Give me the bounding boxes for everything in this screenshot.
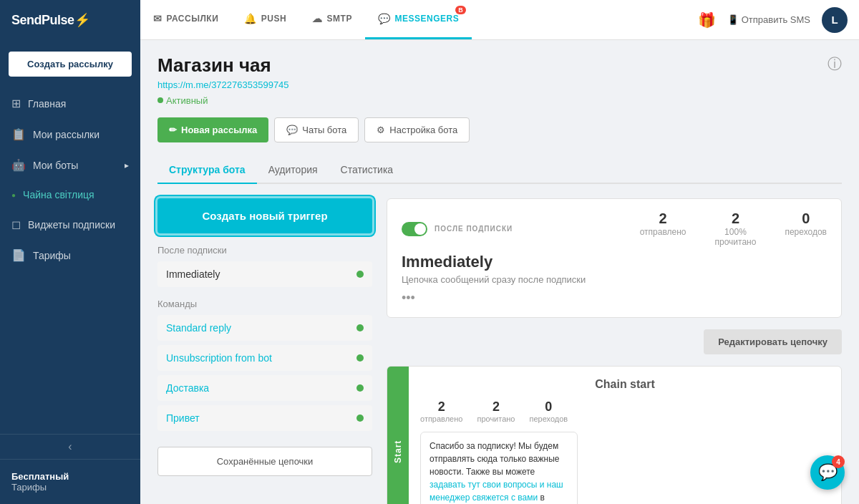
trigger-card-stats: 2 отправлено 2 100% прочитано 0 переходо…	[640, 210, 827, 247]
chat-fab-badge: 4	[832, 455, 845, 468]
sidebar-collapse-button[interactable]: ‹	[0, 434, 140, 459]
more-options-icon[interactable]: ⓘ	[828, 54, 842, 74]
bot-chats-button[interactable]: 💬 Чаты бота	[274, 117, 359, 142]
chain-card: Start Chain start 2 отправлено 2 прочита…	[387, 366, 842, 504]
nav-item-campaigns[interactable]: ✉ РАССЫЛКИ	[140, 0, 231, 39]
chat-fab[interactable]: 💬 4	[810, 455, 845, 490]
sidebar-label-plans: Тарифы	[33, 250, 71, 261]
action-buttons: ✏ Новая рассылка 💬 Чаты бота ⚙ Настройка…	[157, 117, 842, 142]
chain-stat-sent-value: 2	[420, 399, 462, 415]
chain-title: Chain start	[420, 378, 830, 391]
nav-item-smtp[interactable]: ☁ SMTP	[299, 0, 365, 39]
sidebar-item-plans[interactable]: 📄 Тарифы	[0, 240, 140, 271]
sidebar-menu: ⊞ Главная 📋 Мои рассылки 🤖 Мои боты ▸ ● …	[0, 88, 140, 434]
page-title-area: Магазин чая https://m.me/372276353599745…	[157, 54, 289, 106]
chain-stat-clicks-value: 0	[530, 399, 568, 415]
main-content: Магазин чая https://m.me/372276353599745…	[140, 40, 859, 504]
command-dot-2	[356, 384, 364, 392]
nav-item-messengers[interactable]: 💬 MESSENGERS B	[365, 0, 472, 39]
gift-icon[interactable]: 🎁	[698, 11, 716, 29]
stat-sent: 2 отправлено	[640, 210, 686, 247]
sidebar-item-home[interactable]: ⊞ Главная	[0, 88, 140, 119]
logo: SendPulse⚡	[0, 0, 140, 40]
sidebar-item-widgets[interactable]: ◻ Виджеты подписки	[0, 209, 140, 240]
tab-audience[interactable]: Аудитория	[257, 157, 329, 184]
sidebar-bottom: Бесплатный Тарифы	[0, 459, 140, 504]
sidebar-label-teahouse: Чайна світлиця	[23, 189, 94, 200]
top-navigation: SendPulse⚡ ✉ РАССЫЛКИ 🔔 PUSH ☁ SMTP 💬 ME…	[0, 0, 859, 40]
nav-items: ✉ РАССЫЛКИ 🔔 PUSH ☁ SMTP 💬 MESSENGERS B	[140, 0, 686, 39]
chain-stat-sent-label: отправлено	[420, 415, 462, 423]
page-url-link[interactable]: https://m.me/372276353599745	[157, 79, 289, 90]
trigger-card: ПОСЛЕ ПОДПИСКИ 2 отправлено 2 100% прочи…	[387, 198, 842, 318]
mail-icon: ✉	[153, 13, 162, 24]
stat-read-value: 2	[715, 210, 757, 227]
stat-read-label: прочитано	[715, 237, 757, 247]
new-campaign-button[interactable]: ✏ Новая рассылка	[157, 117, 268, 142]
bot-chats-label: Чаты бота	[302, 125, 346, 135]
nav-label-push: PUSH	[261, 14, 286, 24]
tab-statistics[interactable]: Статистика	[329, 157, 405, 184]
page-header: Магазин чая https://m.me/372276353599745…	[157, 54, 842, 106]
chain-stat-clicks-label: переходов	[530, 415, 568, 423]
command-label-delivery: Доставка	[166, 382, 209, 394]
edit-icon: ✏	[169, 125, 177, 135]
nav-right: 🎁 📱 Отправить SMS L	[686, 7, 859, 33]
sidebar-item-campaigns[interactable]: 📋 Мои рассылки	[0, 119, 140, 150]
commands-section: Команды Standard reply Unsubscription fr…	[157, 299, 372, 431]
tab-bot-structure[interactable]: Структура бота	[157, 157, 257, 184]
saved-chains-button[interactable]: Сохранённые цепочки	[157, 447, 372, 476]
smtp-icon: ☁	[312, 13, 323, 24]
create-campaign-button[interactable]: Создать рассылку	[9, 52, 132, 77]
command-item-unsubscription[interactable]: Unsubscription from bot	[157, 345, 372, 371]
bot-settings-label: Настройка бота	[389, 125, 457, 135]
chain-stat-read: 2 прочитано	[477, 399, 515, 423]
active-dot-icon: ●	[11, 191, 16, 199]
stat-sent-value: 2	[640, 210, 686, 227]
create-trigger-button[interactable]: Создать новый триггер	[157, 198, 372, 233]
stat-clicks: 0 переходов	[785, 210, 827, 247]
trigger-card-description: Цепочка сообщений сразу после подписки	[402, 274, 827, 285]
chain-message-highlight: задавать тут свои вопросы и наш менеджер…	[430, 480, 563, 503]
stat-clicks-value: 0	[785, 210, 827, 227]
settings-icon: ⚙	[377, 125, 385, 135]
page-title: Магазин чая	[157, 54, 289, 77]
bots-icon: 🤖	[11, 158, 26, 172]
command-label-standard-reply: Standard reply	[166, 322, 231, 334]
nav-label-campaigns: РАССЫЛКИ	[167, 14, 219, 24]
nav-item-push[interactable]: 🔔 PUSH	[231, 0, 299, 39]
sidebar-label-bots: Мои боты	[33, 160, 78, 171]
command-item-delivery[interactable]: Доставка	[157, 375, 372, 401]
user-avatar[interactable]: L	[822, 7, 848, 33]
chain-stat-read-label: прочитано	[477, 415, 515, 423]
sidebar-item-bots[interactable]: 🤖 Мои боты ▸	[0, 150, 140, 180]
status-badge: Активный	[157, 95, 208, 106]
trigger-item-immediately[interactable]: Immediately	[157, 261, 372, 287]
trigger-card-more-icon[interactable]: •••	[402, 291, 827, 306]
chain-message: Спасибо за подписку! Мы будем отправлять…	[420, 432, 578, 504]
beta-badge: B	[455, 6, 466, 14]
chain-body: Chain start 2 отправлено 2 прочитано	[409, 367, 841, 504]
bot-settings-button[interactable]: ⚙ Настройка бота	[364, 117, 470, 142]
logo-icon: ⚡	[74, 13, 90, 27]
new-campaign-label: Новая рассылка	[181, 125, 257, 135]
plan-label: Тарифы	[11, 482, 129, 493]
campaigns-icon: 📋	[11, 127, 26, 141]
chain-stat-clicks: 0 переходов	[530, 399, 568, 423]
messenger-icon: 💬	[378, 13, 391, 24]
command-label-unsubscription: Unsubscription from bot	[166, 352, 272, 364]
edit-chain-button[interactable]: Редактировать цепочку	[704, 329, 842, 354]
command-item-privet[interactable]: Привет	[157, 405, 372, 431]
send-sms-button[interactable]: 📱 Отправить SMS	[727, 14, 810, 25]
command-label-privet: Привет	[166, 412, 200, 424]
sidebar-item-teahouse[interactable]: ● Чайна світлиця	[0, 180, 140, 209]
chain-stat-sent: 2 отправлено	[420, 399, 462, 423]
stat-read-sub: 100%	[715, 227, 757, 237]
trigger-toggle[interactable]	[402, 222, 427, 236]
left-panel: Создать новый триггер После подписки Imm…	[157, 198, 372, 504]
tabs: Структура бота Аудитория Статистика	[157, 157, 842, 184]
nav-label-messengers: MESSENGERS	[394, 14, 459, 24]
command-item-standard-reply[interactable]: Standard reply	[157, 315, 372, 341]
main-layout: Создать рассылку ⊞ Главная 📋 Мои рассылк…	[0, 40, 859, 504]
push-icon: 🔔	[244, 13, 257, 24]
